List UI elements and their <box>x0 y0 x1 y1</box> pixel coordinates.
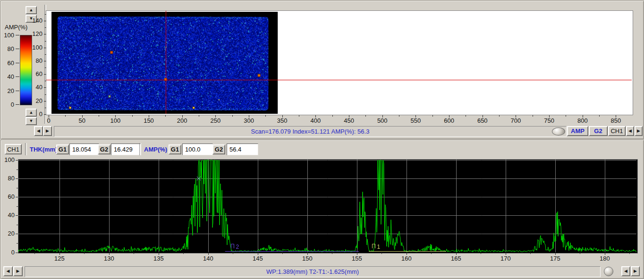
axis-tick-label: 170 <box>497 255 514 262</box>
axis-tick <box>449 115 449 118</box>
thk-gate2-value-field[interactable]: 16.429 <box>111 144 141 155</box>
axis-tick <box>115 115 116 118</box>
axis-tick <box>82 115 83 118</box>
thk-gate2-button[interactable]: G2 <box>98 144 110 154</box>
axis-tick-label: 80 <box>2 45 14 52</box>
divider <box>139 143 141 155</box>
ascan-scroll-right-button[interactable]: ▶ <box>13 266 23 276</box>
channel-select-button[interactable]: CH1 <box>608 126 626 136</box>
axis-tick <box>132 115 133 117</box>
axis-tick <box>282 115 283 118</box>
cscan-scroll-right-button[interactable]: ▶ <box>43 126 52 136</box>
trackball-icon <box>604 267 613 276</box>
index-scroll-up-button[interactable]: ▲ <box>25 109 37 117</box>
index-scroll-down-button[interactable]: ▼ <box>25 117 37 125</box>
axis-tick-label: 600 <box>441 117 458 124</box>
axis-tick <box>16 76 19 77</box>
axis-tick-label: 180 <box>596 255 613 262</box>
cscan-canvas[interactable] <box>46 11 632 114</box>
cscan-cursor-readout: Scan=176.079 Index=51.121 AMP(%): 56.3 <box>251 128 370 135</box>
axis-tick <box>382 115 383 118</box>
axis-tick-label: 50 <box>74 117 91 124</box>
colorbar-scroll-up-button[interactable]: ▲ <box>25 6 37 14</box>
axis-tick <box>299 115 299 117</box>
axis-tick-label: 650 <box>474 117 491 124</box>
axis-tick-label: 0 <box>1 249 15 256</box>
axis-tick-label: 450 <box>340 117 357 124</box>
ascan-page-left-button[interactable]: ◀ <box>621 266 630 276</box>
divider <box>25 143 27 155</box>
triangle-down-icon: ▼ <box>29 17 34 21</box>
triangle-right-icon: ▶ <box>634 269 637 273</box>
axis-tick-label: 800 <box>574 117 591 124</box>
cscan-scroll-left-button[interactable]: ◀ <box>34 126 43 136</box>
triangle-right-icon: ▶ <box>46 129 49 133</box>
thickness-group-label: THK(mm) <box>30 146 58 153</box>
axis-tick <box>199 115 199 117</box>
ascan-panel: CH1 THK(mm) G1 18.054 G2 16.429 AMP(%) G… <box>0 140 644 279</box>
triangle-down-icon: ▼ <box>29 119 34 123</box>
triangle-left-icon: ◀ <box>624 269 627 273</box>
axis-tick-label: 100 <box>1 156 15 163</box>
cscan-page-right-button[interactable]: ▶ <box>635 126 643 136</box>
axis-tick-label: 160 <box>398 255 415 262</box>
axis-tick <box>65 115 66 117</box>
colorbar-title: AMP(%) <box>5 24 38 31</box>
axis-tick <box>599 115 600 117</box>
cscan-plot-frame <box>46 10 633 115</box>
axis-tick-label: 165 <box>448 255 465 262</box>
cscan-page-left-button[interactable]: ◀ <box>626 126 634 136</box>
ascan-canvas[interactable] <box>18 160 636 252</box>
axis-tick <box>583 115 583 118</box>
axis-tick <box>516 115 516 118</box>
ascan-channel-button[interactable]: CH1 <box>5 144 22 154</box>
axis-tick <box>466 115 466 117</box>
axis-tick <box>533 115 533 117</box>
axis-tick-label: 350 <box>274 117 291 124</box>
axis-tick <box>165 115 166 117</box>
triangle-left-icon: ◀ <box>628 129 632 133</box>
ascan-status-bar: WP:1.389(mm) T2-T1:-1.625(mm) <box>25 266 601 277</box>
amplitude-group-label: AMP(%) <box>144 146 167 153</box>
axis-tick-label: 130 <box>101 255 118 262</box>
amplitude-colorbar <box>20 35 32 105</box>
thk-gate1-value-field[interactable]: 18.054 <box>69 144 99 155</box>
axis-tick-label: 100 <box>107 117 124 124</box>
axis-tick-label: 145 <box>249 255 266 262</box>
axis-tick-label: 850 <box>607 117 624 124</box>
axis-tick <box>349 115 349 118</box>
axis-tick <box>49 115 49 118</box>
axis-tick <box>566 115 566 117</box>
display-mode-amp-button[interactable]: AMP <box>567 126 588 136</box>
axis-tick <box>265 115 266 117</box>
axis-tick-label: 150 <box>140 117 157 124</box>
ascan-page-right-button[interactable]: ▶ <box>631 266 640 276</box>
amp-gate1-value-field[interactable]: 100.0 <box>182 144 213 155</box>
axis-tick-label: 155 <box>348 255 365 262</box>
axis-tick <box>616 115 616 118</box>
axis-tick <box>249 115 249 118</box>
ascan-scroll-left-button[interactable]: ◀ <box>3 266 13 276</box>
amp-gate2-button[interactable]: G2 <box>212 144 225 154</box>
axis-tick-label: 0 <box>2 101 14 108</box>
axis-tick <box>432 115 433 117</box>
axis-tick-label: 20 <box>1 230 15 237</box>
amp-gate1-button[interactable]: G1 <box>169 144 181 154</box>
axis-tick <box>365 115 366 117</box>
triangle-left-icon: ◀ <box>37 129 40 133</box>
thk-gate1-button[interactable]: G1 <box>56 144 69 154</box>
axis-tick <box>99 115 99 117</box>
axis-tick <box>16 35 19 35</box>
colorbar-scroll-down-button[interactable]: ▼ <box>25 15 37 23</box>
gate-select-g2-button[interactable]: G2 <box>589 126 608 136</box>
axis-tick-label: 40 <box>2 73 14 80</box>
axis-tick-label: 550 <box>407 117 424 124</box>
axis-tick-label: 500 <box>374 117 391 124</box>
axis-tick <box>215 115 216 118</box>
cscan-status-bar: Scan=176.079 Index=51.121 AMP(%): 56.3 <box>54 126 567 137</box>
axis-tick-label: 125 <box>51 255 68 262</box>
axis-tick-label: 150 <box>299 255 316 262</box>
cscan-panel: ▲ ▼ AMP(%) 100806040200 ▲ ▼ 050100150200… <box>0 0 644 139</box>
axis-tick-label: 80 <box>1 175 15 182</box>
amp-gate2-value-field[interactable]: 56.4 <box>227 144 258 155</box>
